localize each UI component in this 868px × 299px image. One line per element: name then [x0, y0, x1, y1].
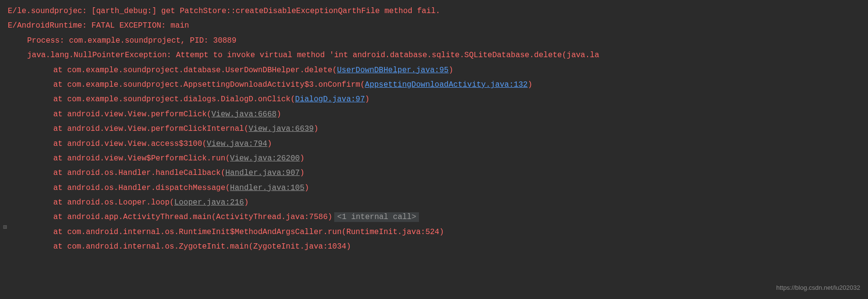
trace-prefix: at android.view.View.performClick(: [53, 110, 211, 119]
stack-trace-line: at com.example.soundproject.AppsettingDo…: [0, 78, 868, 92]
trace-suffix: ): [300, 169, 305, 177]
trace-suffix: ): [304, 184, 309, 192]
source-link[interactable]: AppsettingDownloadActivity.java:132: [365, 80, 527, 89]
stack-trace-line: at android.view.View.access$3100(View.ja…: [0, 137, 868, 151]
trace-prefix: at android.view.View.performClickInterna…: [53, 125, 248, 133]
log-line-qarth: E/le.soundprojec: [qarth_debug:] get Pat…: [0, 4, 868, 18]
source-link[interactable]: View.java:6668: [211, 110, 276, 119]
stack-trace-line: at android.view.View.performClickInterna…: [0, 122, 868, 136]
source-link[interactable]: View.java:26200: [230, 154, 300, 163]
stack-trace-container: at com.example.soundproject.database.Use…: [0, 63, 868, 254]
stack-trace-line: at android.os.Handler.dispatchMessage(Ha…: [0, 181, 868, 195]
stack-trace-line: at android.os.Handler.handleCallback(Han…: [0, 166, 868, 180]
stack-trace-line: at android.view.View.performClick(View.j…: [0, 107, 868, 122]
source-link[interactable]: Handler.java:907: [225, 169, 300, 177]
stack-trace-line: at com.example.soundproject.dialogs.Dial…: [0, 92, 868, 107]
stack-trace-line: at android.app.ActivityThread.main(Activ…: [0, 210, 868, 224]
stack-trace-line: at android.os.Looper.loop(Looper.java:21…: [0, 195, 868, 210]
stack-trace-line: at com.example.soundproject.database.Use…: [0, 63, 868, 78]
source-link[interactable]: View.java:6639: [248, 125, 313, 133]
trace-suffix: ): [267, 140, 272, 148]
trace-suffix: ): [449, 66, 453, 75]
trace-suffix: ): [365, 95, 370, 104]
source-link[interactable]: View.java:794: [207, 140, 267, 148]
trace-suffix: ): [244, 198, 249, 207]
trace-prefix: at com.android.internal.os.RuntimeInit$M…: [53, 228, 444, 236]
trace-prefix: at com.example.soundproject.dialogs.Dial…: [53, 95, 295, 104]
trace-suffix: ): [527, 80, 532, 89]
trace-prefix: at android.os.Handler.dispatchMessage(: [53, 184, 230, 192]
log-line-process: Process: com.example.soundproject, PID: …: [0, 33, 868, 48]
trace-prefix: at com.example.soundproject.database.Use…: [53, 66, 337, 75]
source-link[interactable]: Handler.java:105: [230, 184, 305, 192]
stack-trace-line: at com.android.internal.os.ZygoteInit.ma…: [0, 239, 868, 254]
trace-prefix: at android.view.View$PerformClick.run(: [53, 154, 230, 163]
trace-suffix: ): [277, 110, 281, 119]
trace-prefix: at com.android.internal.os.ZygoteInit.ma…: [53, 242, 351, 251]
trace-prefix: at android.os.Handler.handleCallback(: [53, 169, 225, 177]
stack-trace-line: at com.android.internal.os.RuntimeInit$M…: [0, 225, 868, 239]
log-line-fatal: E/AndroidRuntime: FATAL EXCEPTION: main: [0, 18, 868, 33]
trace-prefix: at android.view.View.access$3100(: [53, 140, 207, 148]
expand-icon[interactable]: ⊞: [3, 221, 7, 234]
trace-prefix: at android.app.ActivityThread.main(Activ…: [53, 213, 332, 221]
trace-suffix: ): [314, 125, 319, 133]
source-link[interactable]: UserDownDBHelper.java:95: [337, 66, 449, 75]
trace-prefix: at com.example.soundproject.AppsettingDo…: [53, 80, 365, 89]
trace-suffix: ): [300, 154, 305, 163]
stack-trace-line: at android.view.View$PerformClick.run(Vi…: [0, 151, 868, 166]
internal-call-badge: <1 internal call>: [334, 212, 419, 222]
source-link[interactable]: DialogD.java:97: [295, 95, 365, 104]
trace-prefix: at android.os.Looper.loop(: [53, 198, 174, 207]
log-line-exception: java.lang.NullPointerException: Attempt …: [0, 48, 868, 63]
source-link[interactable]: Looper.java:216: [174, 198, 244, 207]
